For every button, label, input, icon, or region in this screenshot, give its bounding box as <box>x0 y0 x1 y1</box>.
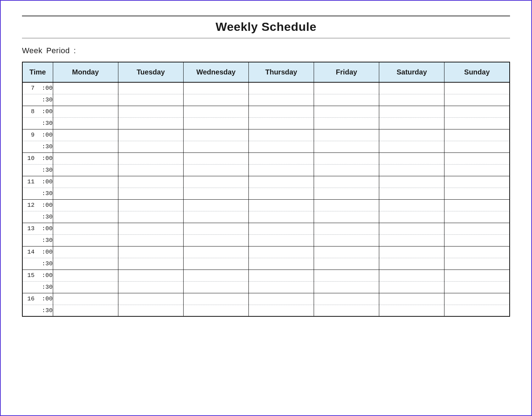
schedule-cell[interactable] <box>444 293 510 305</box>
schedule-cell[interactable] <box>379 223 444 234</box>
schedule-cell[interactable] <box>314 223 379 234</box>
schedule-cell[interactable] <box>248 141 314 152</box>
schedule-cell[interactable] <box>314 129 379 141</box>
schedule-cell[interactable] <box>183 270 248 281</box>
schedule-cell[interactable] <box>379 94 444 106</box>
schedule-cell[interactable] <box>183 129 248 141</box>
schedule-cell[interactable] <box>314 270 379 281</box>
schedule-cell[interactable] <box>118 152 183 164</box>
schedule-cell[interactable] <box>53 152 118 164</box>
schedule-cell[interactable] <box>118 129 183 141</box>
schedule-cell[interactable] <box>379 199 444 211</box>
schedule-cell[interactable] <box>379 211 444 223</box>
schedule-cell[interactable] <box>118 258 183 270</box>
schedule-cell[interactable] <box>118 305 183 316</box>
schedule-cell[interactable] <box>118 293 183 305</box>
schedule-cell[interactable] <box>444 199 510 211</box>
schedule-cell[interactable] <box>53 234 118 246</box>
schedule-cell[interactable] <box>379 281 444 293</box>
schedule-cell[interactable] <box>53 199 118 211</box>
schedule-cell[interactable] <box>53 176 118 188</box>
schedule-cell[interactable] <box>379 176 444 188</box>
schedule-cell[interactable] <box>379 117 444 129</box>
schedule-cell[interactable] <box>248 94 314 106</box>
schedule-cell[interactable] <box>379 293 444 305</box>
schedule-cell[interactable] <box>314 258 379 270</box>
schedule-cell[interactable] <box>444 246 510 258</box>
schedule-cell[interactable] <box>444 270 510 281</box>
schedule-cell[interactable] <box>248 211 314 223</box>
schedule-cell[interactable] <box>53 270 118 281</box>
schedule-cell[interactable] <box>444 164 510 176</box>
schedule-cell[interactable] <box>183 141 248 152</box>
schedule-cell[interactable] <box>444 94 510 106</box>
schedule-cell[interactable] <box>118 141 183 152</box>
schedule-cell[interactable] <box>314 176 379 188</box>
schedule-cell[interactable] <box>118 94 183 106</box>
schedule-cell[interactable] <box>314 234 379 246</box>
schedule-cell[interactable] <box>53 305 118 316</box>
schedule-cell[interactable] <box>118 164 183 176</box>
schedule-cell[interactable] <box>183 176 248 188</box>
schedule-cell[interactable] <box>444 188 510 199</box>
schedule-cell[interactable] <box>314 106 379 117</box>
schedule-cell[interactable] <box>379 164 444 176</box>
schedule-cell[interactable] <box>118 188 183 199</box>
schedule-cell[interactable] <box>379 129 444 141</box>
schedule-cell[interactable] <box>248 199 314 211</box>
schedule-cell[interactable] <box>248 293 314 305</box>
schedule-cell[interactable] <box>444 82 510 94</box>
schedule-cell[interactable] <box>183 293 248 305</box>
schedule-cell[interactable] <box>183 117 248 129</box>
schedule-cell[interactable] <box>53 223 118 234</box>
schedule-cell[interactable] <box>183 246 248 258</box>
schedule-cell[interactable] <box>314 199 379 211</box>
schedule-cell[interactable] <box>444 106 510 117</box>
schedule-cell[interactable] <box>183 211 248 223</box>
schedule-cell[interactable] <box>248 164 314 176</box>
schedule-cell[interactable] <box>183 281 248 293</box>
schedule-cell[interactable] <box>183 94 248 106</box>
schedule-cell[interactable] <box>118 246 183 258</box>
schedule-cell[interactable] <box>314 164 379 176</box>
schedule-cell[interactable] <box>118 117 183 129</box>
schedule-cell[interactable] <box>379 141 444 152</box>
schedule-cell[interactable] <box>183 223 248 234</box>
schedule-cell[interactable] <box>53 164 118 176</box>
schedule-cell[interactable] <box>379 270 444 281</box>
schedule-cell[interactable] <box>53 82 118 94</box>
schedule-cell[interactable] <box>379 258 444 270</box>
schedule-cell[interactable] <box>314 305 379 316</box>
schedule-cell[interactable] <box>314 293 379 305</box>
schedule-cell[interactable] <box>53 293 118 305</box>
schedule-cell[interactable] <box>118 234 183 246</box>
schedule-cell[interactable] <box>248 234 314 246</box>
schedule-cell[interactable] <box>53 281 118 293</box>
schedule-cell[interactable] <box>444 141 510 152</box>
schedule-cell[interactable] <box>314 141 379 152</box>
schedule-cell[interactable] <box>183 234 248 246</box>
schedule-cell[interactable] <box>248 176 314 188</box>
schedule-cell[interactable] <box>248 117 314 129</box>
schedule-cell[interactable] <box>248 258 314 270</box>
schedule-cell[interactable] <box>444 211 510 223</box>
schedule-cell[interactable] <box>444 129 510 141</box>
schedule-cell[interactable] <box>248 281 314 293</box>
schedule-cell[interactable] <box>248 129 314 141</box>
schedule-cell[interactable] <box>118 223 183 234</box>
schedule-cell[interactable] <box>314 211 379 223</box>
schedule-cell[interactable] <box>444 176 510 188</box>
schedule-cell[interactable] <box>118 281 183 293</box>
schedule-cell[interactable] <box>248 152 314 164</box>
schedule-cell[interactable] <box>118 106 183 117</box>
schedule-cell[interactable] <box>444 223 510 234</box>
schedule-cell[interactable] <box>379 246 444 258</box>
schedule-cell[interactable] <box>53 141 118 152</box>
schedule-cell[interactable] <box>183 164 248 176</box>
schedule-cell[interactable] <box>183 152 248 164</box>
schedule-cell[interactable] <box>248 223 314 234</box>
schedule-cell[interactable] <box>444 152 510 164</box>
schedule-cell[interactable] <box>444 281 510 293</box>
schedule-cell[interactable] <box>118 199 183 211</box>
schedule-cell[interactable] <box>53 117 118 129</box>
